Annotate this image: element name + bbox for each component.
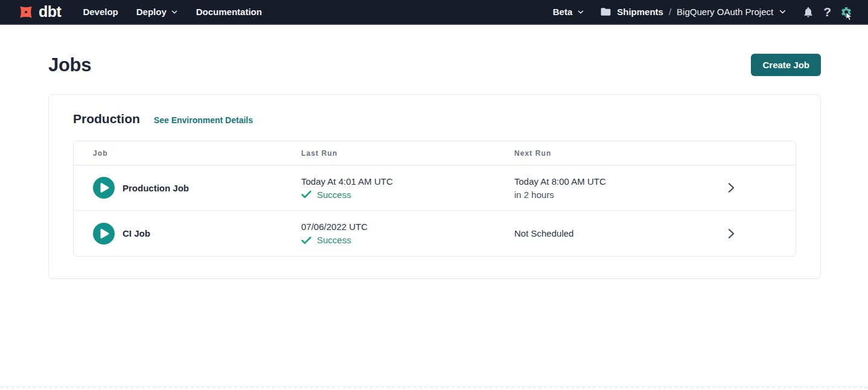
jobs-table: Job Last Run Next Run Productio [73, 141, 796, 257]
last-run-time: 07/06/2022 UTC [301, 222, 514, 232]
last-run-status: Success [301, 190, 514, 200]
chevron-down-icon[interactable] [779, 8, 787, 16]
environment-name: Production [73, 112, 140, 126]
settings-gear-icon[interactable] [840, 6, 852, 18]
last-run-time: Today At 4:01 AM UTC [301, 176, 514, 187]
column-header-next-run: Next Run [514, 149, 723, 158]
dbt-logo-icon [17, 3, 35, 21]
jobs-table-header: Job Last Run Next Run [74, 141, 796, 165]
notifications-bell-icon[interactable] [802, 6, 814, 18]
next-run-time: Today At 8:00 AM UTC [514, 176, 723, 187]
breadcrumb-account[interactable]: Shipments [617, 7, 663, 17]
last-run-status: Success [301, 235, 514, 245]
see-environment-details-link[interactable]: See Environment Details [154, 115, 253, 125]
beta-dropdown[interactable]: Beta [553, 7, 585, 17]
column-header-last-run: Last Run [301, 149, 514, 158]
check-icon [301, 236, 311, 245]
create-job-button[interactable]: Create Job [751, 54, 821, 76]
job-name[interactable]: CI Job [123, 228, 150, 238]
job-name[interactable]: Production Job [123, 183, 189, 193]
column-header-job: Job [74, 149, 301, 158]
environment-card: Production See Environment Details Job L… [48, 94, 821, 279]
breadcrumb-project[interactable]: BigQuery OAuth Project [677, 7, 773, 17]
chevron-right-icon[interactable] [727, 228, 736, 239]
nav-item-develop[interactable]: Develop [83, 7, 118, 17]
breadcrumb-separator: / [669, 7, 671, 17]
run-play-button[interactable] [93, 223, 115, 245]
next-run-time: Not Scheduled [514, 228, 723, 238]
check-icon [301, 190, 311, 199]
folder-icon [600, 6, 611, 18]
nav-item-documentation[interactable]: Documentation [196, 7, 262, 17]
chevron-right-icon[interactable] [727, 182, 736, 193]
run-play-button[interactable] [93, 177, 115, 199]
dbt-logo-text: dbt [39, 4, 61, 19]
dbt-logo[interactable]: dbt [17, 3, 61, 21]
main-content: Jobs Create Job Production See Environme… [0, 25, 868, 279]
table-row-ci-job[interactable]: CI Job 07/06/2022 UTC Success [74, 211, 796, 256]
top-navbar: dbt Develop Deploy Documentation Beta [0, 0, 868, 25]
mouse-cursor-icon [844, 11, 854, 24]
breadcrumb: Shipments / BigQuery OAuth Project [600, 6, 787, 18]
page-title: Jobs [48, 54, 91, 76]
nav-item-deploy[interactable]: Deploy [136, 7, 178, 17]
page-bottom-divider [0, 386, 868, 388]
next-run-note: in 2 hours [514, 190, 723, 200]
chevron-down-icon [577, 8, 584, 16]
chevron-down-icon [171, 8, 178, 16]
help-icon[interactable]: ? [823, 5, 831, 18]
table-row-production-job[interactable]: Production Job Today At 4:01 AM UTC Succ… [74, 165, 796, 211]
